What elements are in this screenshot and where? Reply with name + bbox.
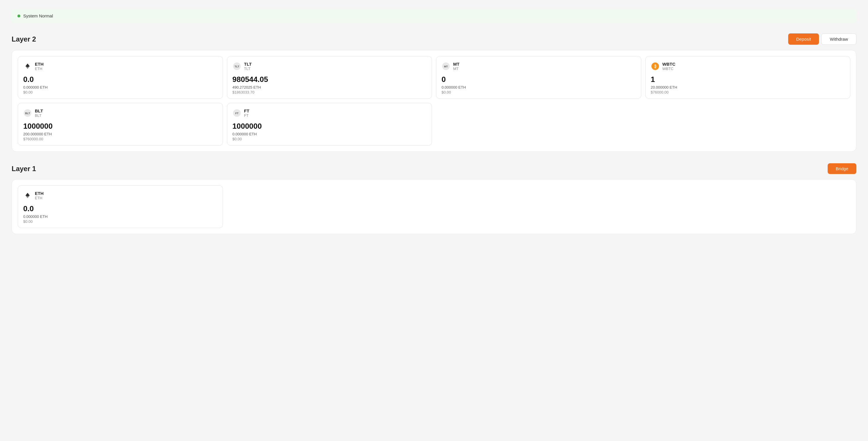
token-names-eth: ETH ETH [35,62,43,71]
svg-text:FT: FT [235,112,238,115]
layer2-panel: ETH ETH 0.0 0.000000 ETH $0.00 TLT [11,50,857,152]
token-name: BLT [35,113,43,118]
bridge-button[interactable]: Bridge [828,163,857,174]
token-eth-value: 0.000000 ETH [441,85,636,89]
token-amount: 0.0 [23,204,217,213]
token-usd-value: $1863033.70 [232,90,427,94]
token-eth-value: 0.000000 ETH [232,132,427,136]
svg-text:₿: ₿ [654,64,656,68]
layer2-cards-row2: BLT BLT BLT 1000000 200.000000 ETH $7600… [18,103,850,146]
token-card-wbtc-l2: ₿ WBTC WBTC 1 20.000000 ETH $76000.00 [645,56,850,99]
token-usd-value: $0.00 [23,219,217,224]
token-names-mt: MT MT [453,62,460,71]
token-amount: 1 [651,75,845,84]
token-header-eth-l1: ETH ETH [23,191,217,200]
ft-icon: FT [232,109,241,117]
svg-text:TLT: TLT [235,65,239,68]
token-card-blt-l2: BLT BLT BLT 1000000 200.000000 ETH $7600… [18,103,223,146]
token-symbol: ETH [35,191,43,196]
status-text: System Normal [23,13,53,18]
token-eth-value: 0.000000 ETH [23,214,217,219]
token-amount: 1000000 [23,122,217,131]
token-card-eth-l2: ETH ETH 0.0 0.000000 ETH $0.00 [18,56,223,99]
token-header-tlt: TLT TLT TLT [232,62,427,71]
layer1-header: Layer 1 Bridge [11,163,857,174]
eth-icon-l1 [23,191,32,200]
token-usd-value: $0.00 [441,90,636,94]
token-card-ft-l2: FT FT FT 1000000 0.000000 ETH $0.00 [227,103,432,146]
deposit-button[interactable]: Deposit [788,33,819,45]
status-dot [18,14,20,18]
token-names-blt: BLT BLT [35,108,43,118]
token-usd-value: $0.00 [232,137,427,141]
token-symbol: BLT [35,108,43,113]
layer1-title: Layer 1 [11,165,36,173]
token-usd-value: $0.00 [23,90,217,94]
layer1-panel: ETH ETH 0.0 0.000000 ETH $0.00 [11,179,857,234]
token-symbol: MT [453,62,460,66]
token-eth-value: 20.000000 ETH [651,85,845,89]
token-symbol: ETH [35,62,43,66]
layer1-buttons: Bridge [828,163,857,174]
token-card-mt-l2: MT MT MT 0 0.000000 ETH $0.00 [436,56,641,99]
svg-text:BLT: BLT [25,112,30,115]
layer2-title: Layer 2 [11,35,36,43]
token-header-blt: BLT BLT BLT [23,108,217,118]
token-names-wbtc: WBTC WBTC [662,62,676,71]
eth-icon [23,62,32,70]
layer2-buttons: Deposit Withdraw [788,33,857,45]
token-eth-value: 490.272025 ETH [232,85,427,89]
mt-icon: MT [441,62,450,70]
token-card-tlt-l2: TLT TLT TLT 980544.05 490.272025 ETH $18… [227,56,432,99]
layer1-cards: ETH ETH 0.0 0.000000 ETH $0.00 [18,185,850,228]
token-usd-value: $760000.00 [23,137,217,141]
token-name: ETH [35,66,43,71]
layer2-section: Layer 2 Deposit Withdraw ETH [11,33,857,152]
token-header-ft: FT FT FT [232,108,427,118]
layer2-cards-row1: ETH ETH 0.0 0.000000 ETH $0.00 TLT [18,56,850,99]
token-eth-value: 0.000000 ETH [23,85,217,89]
token-header-eth: ETH ETH [23,62,217,71]
token-amount: 0.0 [23,75,217,84]
token-names-eth-l1: ETH ETH [35,191,43,200]
token-name: MT [453,66,460,71]
status-bar: System Normal [11,9,857,23]
token-header-mt: MT MT MT [441,62,636,71]
wbtc-icon: ₿ [651,62,659,70]
token-symbol: TLT [244,62,252,66]
withdraw-button[interactable]: Withdraw [821,33,857,45]
token-header-wbtc: ₿ WBTC WBTC [651,62,845,71]
token-name: ETH [35,196,43,200]
blt-icon: BLT [23,109,32,117]
token-usd-value: $76000.00 [651,90,845,94]
token-name: WBTC [662,66,676,71]
token-amount: 980544.05 [232,75,427,84]
token-eth-value: 200.000000 ETH [23,132,217,136]
token-amount: 1000000 [232,122,427,131]
tlt-icon: TLT [232,62,241,70]
token-name: TLT [244,66,252,71]
svg-text:MT: MT [444,65,448,68]
token-name: FT [244,113,249,118]
layer2-header: Layer 2 Deposit Withdraw [11,33,857,45]
token-symbol: FT [244,108,249,113]
token-names-ft: FT FT [244,108,249,118]
layer1-section: Layer 1 Bridge ETH ETH [11,163,857,234]
token-symbol: WBTC [662,62,676,66]
token-amount: 0 [441,75,636,84]
token-card-eth-l1: ETH ETH 0.0 0.000000 ETH $0.00 [18,185,223,228]
token-names-tlt: TLT TLT [244,62,252,71]
